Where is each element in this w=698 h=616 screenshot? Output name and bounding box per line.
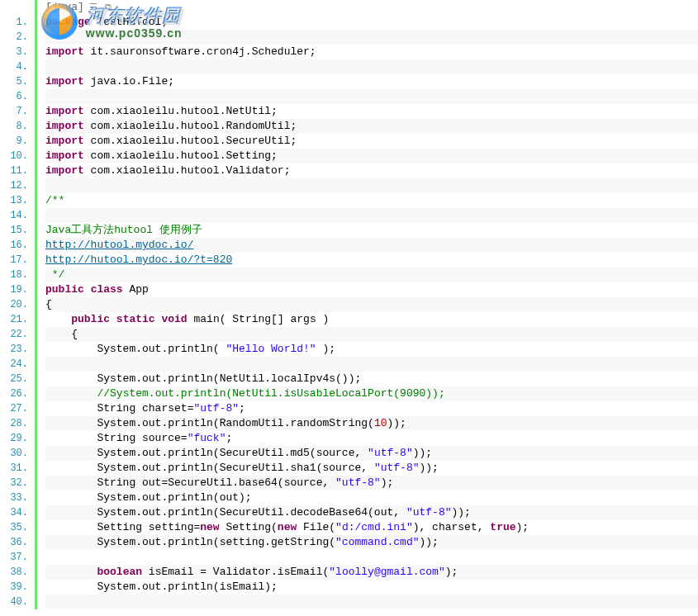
text-token: it.sauronsoftware.cron4j.Scheduler; (84, 45, 316, 58)
code-line[interactable]: String charset="utf-8"; (45, 401, 698, 416)
text-token: ); (316, 343, 335, 355)
code-editor: 1.2.3.4.5.6.7.8.9.10.11.12.13.14.15.16.1… (0, 0, 698, 609)
keyword-token: import (45, 120, 84, 132)
code-line[interactable]: System.out.println(setting.getString("co… (45, 535, 698, 550)
code-line[interactable] (45, 178, 698, 193)
number-token: 10 (374, 417, 387, 429)
text-token: System.out.println(RandomUtil.randomStri… (45, 417, 374, 429)
code-line[interactable]: System.out.println(isEmail); (45, 580, 698, 595)
code-line[interactable]: import com.xiaoleilu.hutool.Validator; (45, 163, 698, 178)
text-token: )); (413, 447, 432, 459)
code-line[interactable]: { (45, 327, 698, 342)
code-line[interactable]: { (45, 297, 698, 312)
text-token: System.out.println(SecureUtil.md5(source… (45, 447, 368, 459)
doc-comment-token: /** (45, 194, 64, 206)
keyword-token: import (45, 105, 84, 117)
code-line[interactable] (45, 208, 698, 223)
text-token: ; (239, 402, 245, 415)
code-line[interactable]: import com.xiaoleilu.hutool.NetUtil; (45, 104, 698, 119)
code-line[interactable]: /** (45, 193, 698, 208)
line-number: 39. (0, 580, 35, 595)
line-number: 18. (0, 268, 35, 282)
view-plain-icon[interactable]: ☰ (88, 0, 99, 15)
string-token: "utf-8" (374, 462, 420, 474)
code-line[interactable]: System.out.println( "Hello World!" ); (45, 342, 698, 357)
line-number: 28. (0, 416, 35, 431)
text-token: com.xiaoleilu.hutool.SecureUtil; (84, 135, 297, 147)
line-number: 1. (0, 15, 35, 30)
text-token (84, 283, 91, 296)
keyword-token: true (490, 521, 515, 533)
code-line[interactable]: import it.sauronsoftware.cron4j.Schedule… (45, 45, 698, 59)
text-token: System.out.println(out); (45, 491, 252, 504)
code-line[interactable]: Setting setting=new Setting(new File("d:… (45, 520, 698, 535)
text-token: Setting( (220, 521, 278, 533)
text-token: System.out.println(SecureUtil.decodeBase… (45, 506, 406, 519)
code-line[interactable]: import com.xiaoleilu.hutool.SecureUtil; (45, 134, 698, 149)
text-token: com.xiaoleilu.hutool.Validator; (84, 164, 291, 177)
keyword-token: void (161, 313, 187, 325)
code-line[interactable]: public static void main( String[] args ) (45, 312, 698, 327)
text-token: System.out.println(SecureUtil.sha1(sourc… (45, 462, 374, 474)
text-token: String source= (45, 432, 188, 444)
line-number: 11. (0, 163, 35, 178)
code-line[interactable] (45, 59, 698, 74)
code-line[interactable]: System.out.println(SecureUtil.sha1(sourc… (45, 461, 698, 476)
keyword-token: new (200, 521, 219, 533)
code-line[interactable]: System.out.println(NetUtil.localIpv4s())… (45, 372, 698, 386)
link-token[interactable]: http://hutool.mydoc.io/?t=820 (45, 254, 232, 266)
line-number: 33. (0, 490, 35, 505)
code-line[interactable] (45, 89, 698, 104)
line-number: 34. (0, 505, 35, 520)
code-line[interactable]: System.out.println(SecureUtil.md5(source… (45, 446, 698, 461)
code-line[interactable]: String source="fuck"; (45, 431, 698, 446)
code-line[interactable]: */ (45, 268, 698, 282)
line-number: 15. (0, 223, 35, 238)
line-number: 16. (0, 238, 35, 253)
line-number: 36. (0, 535, 35, 550)
code-line[interactable] (45, 30, 698, 45)
keyword-token: import (45, 164, 84, 177)
code-line[interactable]: //System.out.println(NetUtil.isUsableLoc… (45, 386, 698, 401)
code-line[interactable]: import com.xiaoleilu.hutool.RandomUtil; (45, 119, 698, 134)
language-tag: [java] (45, 1, 84, 13)
code-line[interactable] (45, 595, 698, 609)
text-token: isEmail = Validator.isEmail( (142, 566, 329, 578)
line-number: 21. (0, 312, 35, 327)
code-line[interactable]: System.out.println(out); (45, 490, 698, 505)
text-token: System.out.println(setting.getString( (45, 536, 335, 548)
keyword-token: import (45, 135, 84, 147)
code-line[interactable]: package TestHuTool; (45, 15, 698, 30)
link-token[interactable]: http://hutool.mydoc.io/ (45, 239, 193, 251)
code-line[interactable]: String out=SecureUtil.base64(source, "ut… (45, 476, 698, 490)
code-line[interactable]: Java工具方法hutool 使用例子 (45, 223, 698, 238)
code-line[interactable] (45, 550, 698, 565)
string-token: "utf-8" (335, 476, 381, 489)
text-token: com.xiaoleilu.hutool.RandomUtil; (84, 120, 297, 132)
string-token: "command.cmd" (335, 536, 419, 548)
line-number-blank (0, 0, 35, 15)
line-number: 32. (0, 476, 35, 490)
keyword-token: static (116, 313, 155, 325)
text-token: { (45, 298, 52, 310)
code-content-area[interactable]: [java]☰⧉package TestHuTool; import it.sa… (37, 0, 698, 609)
keyword-token: import (45, 45, 84, 58)
code-line[interactable]: import java.io.File; (45, 74, 698, 89)
copy-icon[interactable]: ⧉ (102, 0, 114, 15)
text-token: )); (451, 506, 470, 519)
code-line[interactable]: System.out.println(SecureUtil.decodeBase… (45, 505, 698, 520)
code-line[interactable]: public class App (45, 282, 698, 297)
line-number: 27. (0, 401, 35, 416)
code-line[interactable]: boolean isEmail = Validator.isEmail("loo… (45, 565, 698, 580)
code-line[interactable]: http://hutool.mydoc.io/ (45, 238, 698, 253)
keyword-token: public (45, 283, 84, 296)
code-line[interactable]: import com.xiaoleilu.hutool.Setting; (45, 149, 698, 163)
text-token: )); (419, 536, 438, 548)
string-token: "Hello World!" (226, 343, 316, 355)
doc-comment-token: */ (45, 268, 64, 281)
text-token: com.xiaoleilu.hutool.Setting; (84, 149, 278, 162)
text-token: java.io.File; (84, 75, 174, 88)
code-line[interactable] (45, 357, 698, 372)
code-line[interactable]: System.out.println(RandomUtil.randomStri… (45, 416, 698, 431)
code-line[interactable]: http://hutool.mydoc.io/?t=820 (45, 253, 698, 268)
